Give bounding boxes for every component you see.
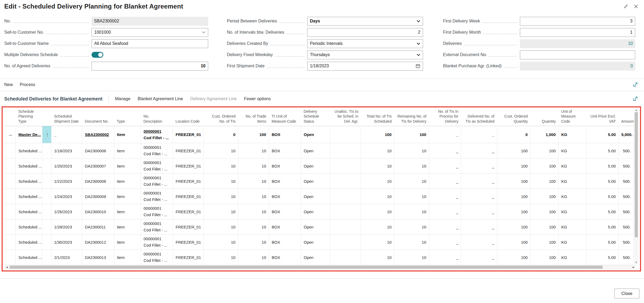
delivery-fixed-weekday-select[interactable]: Thursdays [307,50,423,59]
blanket-agreement-line-menu-button[interactable]: Blanket Agreement Line [138,96,183,101]
cell-unit-price-excl-vat[interactable]: 5.00 [587,158,619,174]
cell-schedule-planning-type[interactable]: Scheduled ... [16,235,42,250]
cell-selector[interactable] [5,219,16,235]
cell-unit-of-measure-code[interactable]: KG [559,235,587,250]
cell-total-no-of-tis-scheduled[interactable]: 10 [361,204,394,219]
cell-selector[interactable] [5,174,16,189]
cell-cust-ordered-quantity[interactable]: 100 [497,174,531,189]
cell-no-description[interactable]: 00000001Cod Fillet - ... [141,250,173,265]
cell-cust-ordered-no-of-tis[interactable]: 10 [204,143,238,158]
cell-no-of-tis-in-process-for-delivery[interactable]: _ [429,126,461,143]
vertical-scrollbar-thumb[interactable] [635,112,638,237]
scroll-up-icon[interactable]: ▲ [634,108,638,112]
cell-scheduled-shipment-date[interactable]: _ [52,126,82,143]
cell-amount[interactable]: 500. [619,250,634,265]
column-header-blank[interactable] [42,108,52,126]
cell-unit-of-measure-code[interactable]: KG [559,158,587,174]
cell-unit-of-measure-code[interactable]: KG [559,250,587,265]
cell-remaining-no-of-tis-for-delivery[interactable]: 10 [394,174,429,189]
column-header-amount[interactable]: Amount [619,108,634,126]
cell-scheduled-shipment-date[interactable]: 1/30/2023 [52,235,82,250]
column-header-remaining-no-of-tis-for-delivery[interactable]: Remaining No. of TIs for Delivery [394,108,429,126]
cell-no-description[interactable]: 00000001Cod Fillet - ... [141,174,173,189]
period-between-deliveries-select[interactable]: Days [307,17,423,26]
chevron-down-icon[interactable] [417,42,420,45]
column-header-document-no[interactable]: Document No. [82,108,114,126]
cell-scheduled-shipment-date[interactable]: 1/26/2023 [52,204,82,219]
column-header-blank[interactable] [5,108,16,126]
cell-delivered-no-of-tis-as-scheduled[interactable]: _ [461,250,497,265]
cell-unit-price-excl-vat[interactable]: 5.00 [587,189,619,204]
column-header-quantity[interactable]: Quantity [531,108,559,126]
close-window-icon[interactable] [633,4,639,9]
cell-delivered-no-of-tis-as-scheduled[interactable]: _ [461,189,497,204]
cell-location-code[interactable]: FREEZER_01 [173,126,204,143]
cell-quantity[interactable]: 100 [531,143,559,158]
cell-no-of-trade-items[interactable]: 10 [238,219,269,235]
column-header-total-no-of-tis-scheduled[interactable]: Total No. of TIs Scheduled [361,108,394,126]
cell-cust-ordered-quantity[interactable]: 100 [497,143,531,158]
cell-cust-ordered-no-of-tis[interactable]: 0 [204,126,238,143]
share-icon[interactable] [632,96,638,102]
cell-delivery-schedule-status[interactable]: Open [301,204,330,219]
column-header-unit-of-measure-code[interactable]: Unit of Measure Code [559,108,587,126]
cell-document-no[interactable]: SBA2300002 [82,126,114,143]
vertical-scrollbar[interactable]: ▲ ▼ [634,108,638,265]
cell-delivery-schedule-status[interactable]: Open [301,250,330,265]
cell-no-of-trade-items[interactable]: 10 [238,189,269,204]
horizontal-scrollbar-thumb[interactable] [10,266,603,269]
external-document-no-field[interactable] [520,50,635,59]
cell-menu-dots[interactable] [42,189,52,204]
cell-unit-of-measure-code[interactable]: KG [559,174,587,189]
cell-selector[interactable] [5,250,16,265]
column-header-cust-ordered-quantity[interactable]: Cust. Ordered Quantity [497,108,531,126]
cell-location-code[interactable]: FREEZER_01 [173,158,204,174]
cell-location-code[interactable]: FREEZER_01 [173,235,204,250]
cell-no-description[interactable]: 00000001Cod Fillet - ... [141,235,173,250]
cell-unit-of-measure-code[interactable]: KG [559,219,587,235]
cell-amount[interactable]: 500. [619,143,634,158]
cell-cust-ordered-quantity[interactable]: 100 [497,235,531,250]
chevron-down-icon[interactable] [202,31,206,33]
cell-total-no-of-tis-scheduled[interactable]: 10 [361,158,394,174]
cell-no-of-trade-items[interactable]: 10 [238,250,269,265]
cell-total-no-of-tis-scheduled[interactable]: 10 [361,235,394,250]
cell-scheduled-shipment-date[interactable]: 2/1/2023 [52,250,82,265]
cell-location-code[interactable]: FREEZER_01 [173,219,204,235]
cell-location-code[interactable]: FREEZER_01 [173,143,204,158]
cell-delivered-no-of-tis-as-scheduled[interactable]: _ [461,219,497,235]
cell-total-no-of-tis-scheduled[interactable]: 10 [361,143,394,158]
cell-cust-ordered-quantity[interactable]: 100 [497,189,531,204]
no-of-agreed-deliveries-field[interactable]: 10 [92,62,208,71]
cell-no-of-tis-in-process-for-delivery[interactable]: _ [429,219,461,235]
cell-menu-dots[interactable] [42,250,52,265]
column-header-no-description[interactable]: No. Description [141,108,173,126]
column-header-type[interactable]: Type [114,108,141,126]
scroll-right-icon[interactable]: ▶ [631,265,636,269]
cell-remaining-no-of-tis-for-delivery[interactable]: 10 [394,235,429,250]
cell-no-of-trade-items[interactable]: 10 [238,143,269,158]
column-header-schedule-planning-type[interactable]: Schedule Planning Type [16,108,42,126]
cell-quantity[interactable]: 100 [531,250,559,265]
cell-amount[interactable]: 500. [619,204,634,219]
cell-remaining-no-of-tis-for-delivery[interactable]: 10 [394,143,429,158]
cell-menu-dots[interactable] [42,204,52,219]
scroll-left-icon[interactable]: ◀ [5,265,9,269]
cell-unalloc-tis-to-be-sched-in-del-agr[interactable] [330,250,361,265]
first-delivery-week-field[interactable]: 3 [520,17,635,26]
cell-amount[interactable]: 500. [619,174,634,189]
deliveries-created-by-select[interactable]: Periodic Intervals [307,39,423,48]
cell-unalloc-tis-to-be-sched-in-del-agr[interactable] [330,174,361,189]
cell-no-of-trade-items[interactable]: 10 [238,235,269,250]
cell-type[interactable]: Item [114,219,141,235]
chevron-down-icon[interactable] [417,54,420,56]
cell-cust-ordered-quantity[interactable]: 100 [497,219,531,235]
cell-location-code[interactable]: FREEZER_01 [173,174,204,189]
cell-no-of-tis-in-process-for-delivery[interactable]: _ [429,235,461,250]
cell-delivered-no-of-tis-as-scheduled[interactable]: _ [461,204,497,219]
cell-delivery-schedule-status[interactable]: Open [301,174,330,189]
new-menu-button[interactable]: New [4,82,13,87]
cell-cust-ordered-no-of-tis[interactable]: 10 [204,250,238,265]
cell-unit-of-measure-code[interactable]: KG [559,126,587,143]
column-header-no-of-trade-items[interactable]: No. of Trade Items [238,108,269,126]
